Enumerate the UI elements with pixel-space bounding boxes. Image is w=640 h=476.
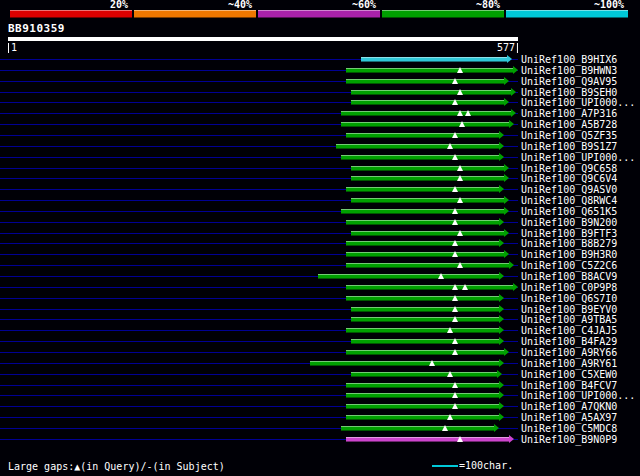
- alignment-bar[interactable]: [346, 68, 513, 73]
- hit-label[interactable]: UniRef100_UPI000...: [521, 97, 635, 108]
- hit-label[interactable]: UniRef100_B9HWN3: [521, 65, 617, 76]
- arrowhead-icon: [504, 98, 509, 106]
- gap-triangle-icon: [452, 306, 458, 312]
- alignment-bar[interactable]: [346, 404, 500, 409]
- alignment-bar[interactable]: [346, 328, 500, 333]
- hit-label[interactable]: UniRef100_Q5ZF35: [521, 130, 617, 141]
- alignment-bar[interactable]: [346, 187, 500, 192]
- alignment-bar[interactable]: [346, 415, 500, 420]
- hit-label[interactable]: UniRef100_Q9AV95: [521, 76, 617, 87]
- arrowhead-icon: [499, 359, 504, 367]
- alignment-bar[interactable]: [341, 426, 495, 431]
- hit-row: UniRef100_A7P316: [0, 108, 640, 119]
- alignment-bar[interactable]: [346, 383, 500, 388]
- hit-label[interactable]: UniRef100_UPI000...: [521, 390, 635, 401]
- hit-label[interactable]: UniRef100_Q9C658: [521, 163, 617, 174]
- hit-row: UniRef100_A9RY66: [0, 347, 640, 358]
- gap-triangle-icon: [447, 327, 453, 333]
- arrowhead-icon: [499, 402, 504, 410]
- alignment-bar[interactable]: [341, 155, 500, 160]
- hit-label[interactable]: UniRef100_A9TBA5: [521, 314, 617, 325]
- hit-label[interactable]: UniRef100_C0P9P8: [521, 282, 617, 293]
- alignment-bar[interactable]: [346, 79, 504, 84]
- alignment-bar[interactable]: [341, 111, 512, 116]
- alignment-bar[interactable]: [346, 437, 510, 442]
- gap-triangle-icon: [452, 186, 458, 192]
- hit-label[interactable]: UniRef100_C5MDC8: [521, 423, 617, 434]
- alignment-bar[interactable]: [346, 296, 500, 301]
- hit-label[interactable]: UniRef100_B9H3R0: [521, 249, 617, 260]
- hit-label[interactable]: UniRef100_A7P316: [521, 108, 617, 119]
- alignment-bar[interactable]: [341, 122, 510, 127]
- hit-label[interactable]: UniRef100_B9EYV0: [521, 304, 617, 315]
- alignment-bar[interactable]: [361, 57, 508, 62]
- alignment-bar[interactable]: [351, 317, 501, 322]
- alignment-bar[interactable]: [346, 263, 510, 268]
- alignment-bar[interactable]: [351, 198, 505, 203]
- hit-label[interactable]: UniRef100_C5XEW0: [521, 369, 617, 380]
- scale-segment-label: ~60%: [352, 0, 376, 10]
- gap-triangle-icon: [457, 165, 463, 171]
- hit-label[interactable]: UniRef100_A7QKN0: [521, 401, 617, 412]
- gap-triangle-icon: [452, 349, 458, 355]
- hit-label[interactable]: UniRef100_B4FA29: [521, 336, 617, 347]
- hit-label[interactable]: UniRef100_A5B728: [521, 119, 617, 130]
- hit-label[interactable]: UniRef100_B8B279: [521, 238, 617, 249]
- hit-label[interactable]: UniRef100_A9RY61: [521, 358, 617, 369]
- hit-row: UniRef100_A5B728: [0, 119, 640, 130]
- arrowhead-icon: [499, 315, 504, 323]
- alignment-bar[interactable]: [346, 133, 500, 138]
- hit-label[interactable]: UniRef100_C5Z2C6: [521, 260, 617, 271]
- hit-label[interactable]: UniRef100_B9FTF3: [521, 228, 617, 239]
- hit-label[interactable]: UniRef100_B9HIX6: [521, 54, 617, 65]
- hit-label[interactable]: UniRef100_C4JAJ5: [521, 325, 617, 336]
- hit-label[interactable]: UniRef100_Q8RWC4: [521, 195, 617, 206]
- alignment-bar[interactable]: [351, 90, 512, 95]
- hit-label[interactable]: UniRef100_B9SEH0: [521, 87, 617, 98]
- alignment-bar[interactable]: [351, 100, 505, 105]
- hit-row: UniRef100_C4JAJ5: [0, 325, 640, 336]
- scale-segment: [382, 10, 504, 18]
- alignment-bar[interactable]: [336, 144, 501, 149]
- alignment-bar[interactable]: [346, 241, 500, 246]
- arrowhead-icon: [509, 261, 514, 269]
- alignment-bar[interactable]: [346, 350, 504, 355]
- large-gaps-legend: Large gaps:▲(in Query)/-(in Subject): [8, 461, 225, 472]
- hit-label[interactable]: UniRef100_UPI000...: [521, 152, 635, 163]
- hit-label[interactable]: UniRef100_B4FCV7: [521, 380, 617, 391]
- hit-label[interactable]: UniRef100_B9N0P9: [521, 434, 617, 445]
- scale-segment-label: ~40%: [228, 0, 252, 10]
- alignment-bar[interactable]: [310, 361, 500, 366]
- hit-label[interactable]: UniRef100_Q651K5: [521, 206, 617, 217]
- alignment-bar[interactable]: [346, 393, 500, 398]
- hit-label[interactable]: UniRef100_B8ACV9: [521, 271, 617, 282]
- gap-triangle-icon: [452, 78, 458, 84]
- hit-label[interactable]: UniRef100_A9RY66: [521, 347, 617, 358]
- arrowhead-icon: [504, 229, 509, 237]
- alignment-bar[interactable]: [351, 176, 505, 181]
- alignment-bar[interactable]: [346, 220, 500, 225]
- scale-unit-text: =100char.: [459, 460, 513, 471]
- alignment-bar[interactable]: [346, 285, 514, 290]
- hit-label[interactable]: UniRef100_Q6S7I0: [521, 293, 617, 304]
- alignment-bar[interactable]: [346, 252, 504, 257]
- alignment-bar[interactable]: [351, 372, 498, 377]
- alignment-bar[interactable]: [341, 209, 505, 214]
- gap-triangle-icon: [457, 197, 463, 203]
- hit-row: UniRef100_A9TBA5: [0, 314, 640, 325]
- alignment-bar[interactable]: [351, 307, 501, 312]
- alignment-bar[interactable]: [351, 339, 501, 344]
- gap-triangle-icon: [457, 110, 463, 116]
- alignment-bar[interactable]: [351, 231, 505, 236]
- alignment-bar[interactable]: [318, 274, 500, 279]
- arrowhead-icon: [513, 283, 518, 291]
- hit-row: UniRef100_B4FA29: [0, 336, 640, 347]
- hit-label[interactable]: UniRef100_A5AX97: [521, 412, 617, 423]
- hit-label[interactable]: UniRef100_B9N200: [521, 217, 617, 228]
- hit-label[interactable]: UniRef100_Q9ASV0: [521, 184, 617, 195]
- arrowhead-icon: [499, 218, 504, 226]
- hit-row: UniRef100_Q6S7I0: [0, 293, 640, 304]
- hit-label[interactable]: UniRef100_Q9C6V4: [521, 173, 617, 184]
- hit-label[interactable]: UniRef100_B9S1Z7: [521, 141, 617, 152]
- alignment-bar[interactable]: [351, 166, 505, 171]
